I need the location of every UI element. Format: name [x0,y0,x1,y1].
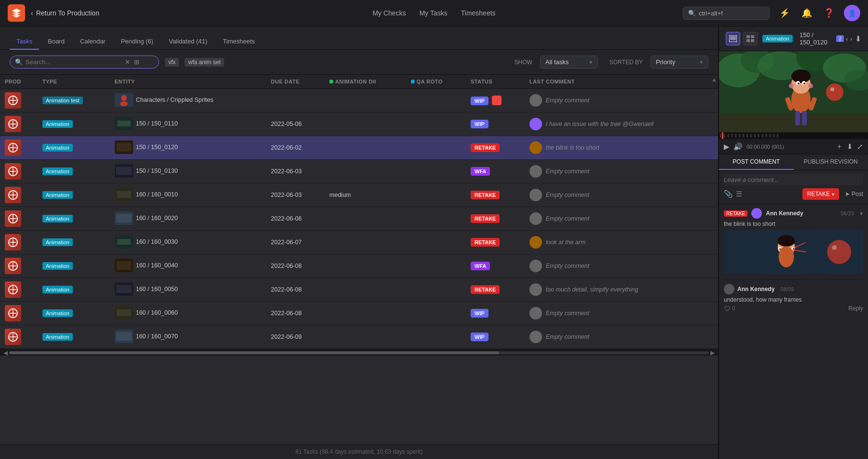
table-row[interactable]: Animation 150 / 150_0130 2022-06-03 [0,160,718,183]
table-row[interactable]: Animation test Characters / Crippled Spr… [0,89,718,112]
due-date: 2022-06-08 [266,254,325,278]
retake-button[interactable]: RETAKE ▾ [802,188,839,200]
download-icon[interactable]: ⬇ [855,34,861,43]
nav-my-checks[interactable]: My Checks [372,9,406,17]
show-dropdown[interactable]: All tasks ▾ [540,56,598,69]
table-row[interactable]: Animation 160 / 160_0030 2022-06-07 [0,231,718,254]
qa-roto [406,254,466,278]
comment-tabs: POST COMMENT PUBLISH REVISION [719,154,868,170]
due-date: 2022-06-02 [266,136,325,160]
table-row[interactable]: Animation 160 / 160_0040 2022-06-08 [0,254,718,278]
post-button[interactable]: ➤ Post [845,191,863,197]
tab-validated[interactable]: Validated (41) [162,34,214,50]
comment-input[interactable] [724,174,863,185]
table-row[interactable]: Animation 150 / 150_0120 2022-06-02 [0,136,718,160]
main-layout: Tasks Board Calendar Pending (6) Validat… [0,27,868,459]
volume-icon[interactable]: 🔊 [733,142,743,151]
rp-grid-btn[interactable] [743,32,758,45]
scroll-right-arrow[interactable]: ▶ [709,349,716,356]
sorted-by-chevron: ▾ [700,58,703,66]
horizontal-scrollbar[interactable]: ◀ ▶ [0,349,718,356]
status-badge: WFA [471,167,490,176]
type-tag: Animation [42,333,73,341]
svg-point-3 [120,101,128,106]
tab-publish-revision[interactable]: PUBLISH REVISION [794,154,868,170]
comment-text: I have an issue with the tree @Gwenaell [546,121,654,127]
user-avatar[interactable]: 👤 [844,5,860,21]
table-row[interactable]: Animation 160 / 160_0070 2022-06-09 [0,325,718,349]
ci2-date: 08/09 [780,286,794,292]
ci-image [724,230,863,274]
sorted-by-dropdown[interactable]: Priority ▾ [651,56,708,69]
table-row[interactable]: Animation 160 / 160_0060 2022-06-08 [0,302,718,325]
reply-button[interactable]: Reply [848,305,863,312]
nav-timesheets[interactable]: Timesheets [461,9,496,17]
due-date: 2022-05-06 [266,112,325,136]
plus-icon[interactable]: ＋ [836,142,843,151]
bell-icon[interactable]: 🔔 [800,6,814,20]
scroll-left-arrow[interactable]: ◀ [2,349,9,356]
ci-expand-icon[interactable]: ▾ [860,210,863,217]
rp-nav-arrow[interactable]: ‹ [846,35,848,42]
prod-icon [5,281,21,298]
comment-cell: Empty comment [529,212,713,225]
fullscreen-btn[interactable]: ⤢ [857,142,863,151]
global-search[interactable]: 🔍 ctrl+alt+f [683,7,770,20]
list-icon[interactable]: ☰ [736,190,742,198]
tab-post-comment[interactable]: POST COMMENT [719,154,794,170]
svg-point-55 [789,83,794,88]
entity-cell: 150 / 150_0130 [115,164,178,178]
due-date [266,89,325,112]
table-row[interactable]: Animation 160 / 160_0050 2022-06-08 [0,278,718,302]
table-row[interactable]: Animation 160 / 160_0010 2022-06-03 medi… [0,183,718,207]
svg-rect-80 [722,132,723,139]
comment-avatar [529,307,542,320]
send-icon: ➤ [845,191,850,197]
tag-wfa-anim-set[interactable]: wfa anim set [185,58,224,67]
retake-dropdown-icon: ▾ [832,192,834,197]
svg-rect-73 [754,134,756,138]
back-button[interactable]: ‹ Return To Production [31,9,99,17]
comment-text: Empty comment [546,263,589,269]
sorted-by-label: SORTED BY [610,59,643,66]
tab-tasks[interactable]: Tasks [10,34,39,50]
rp-nav-arrow-right[interactable]: › [850,35,852,42]
col-last-comment: LAST COMMENT [525,75,718,89]
clear-icon[interactable]: ✕ [125,58,130,66]
top-nav: ‹ Return To Production My Checks My Task… [0,0,868,27]
prod-icon [5,163,21,180]
help-icon[interactable]: ❓ [822,6,836,20]
table-row[interactable]: Animation 160 / 160_0020 2022-06-06 [0,207,718,231]
lightning-icon[interactable]: ⚡ [777,6,792,20]
task-search-input[interactable] [26,58,122,66]
comment-cell: too much detail, simpify everything [529,283,713,296]
download-btn[interactable]: ⬇ [847,142,853,151]
comment-avatar [529,212,542,225]
play-button[interactable]: ▶ [724,142,730,151]
tab-timesheets[interactable]: Timesheets [216,34,262,50]
anim-dii [325,207,406,231]
tag-vfx[interactable]: vfx [165,58,179,67]
filter-icon[interactable]: ⊞ [134,58,139,66]
like-button[interactable]: 0 [724,305,735,312]
comment-item-2: Ann Kennedy 08/09 understood, how many f… [724,279,863,312]
entity-cell: 160 / 160_0060 [115,306,178,320]
ci-footer: 0 Reply [724,305,863,312]
app-logo[interactable] [8,4,25,22]
attachment-icon[interactable]: 📎 [724,190,733,198]
tab-board[interactable]: Board [41,34,71,50]
table-row[interactable]: Animation 150 / 150_0110 2022-05-06 [0,112,718,136]
scroll-up-arrow[interactable]: ▲ [711,76,717,83]
comment-avatar [529,236,542,249]
nav-my-tasks[interactable]: My Tasks [420,9,448,17]
tab-calendar[interactable]: Calendar [73,34,112,50]
col-due-date: DUE DATE [266,75,325,89]
scroll-track[interactable] [9,351,709,354]
svg-rect-76 [765,134,767,138]
svg-rect-38 [746,39,750,42]
comment-area: POST COMMENT PUBLISH REVISION 📎 ☰ RETAKE… [719,154,868,459]
col-qa-roto: QA ROTO [406,75,466,89]
rp-preview-btn[interactable] [726,32,740,45]
prod-icon [5,329,21,345]
tab-pending[interactable]: Pending (6) [114,34,160,50]
